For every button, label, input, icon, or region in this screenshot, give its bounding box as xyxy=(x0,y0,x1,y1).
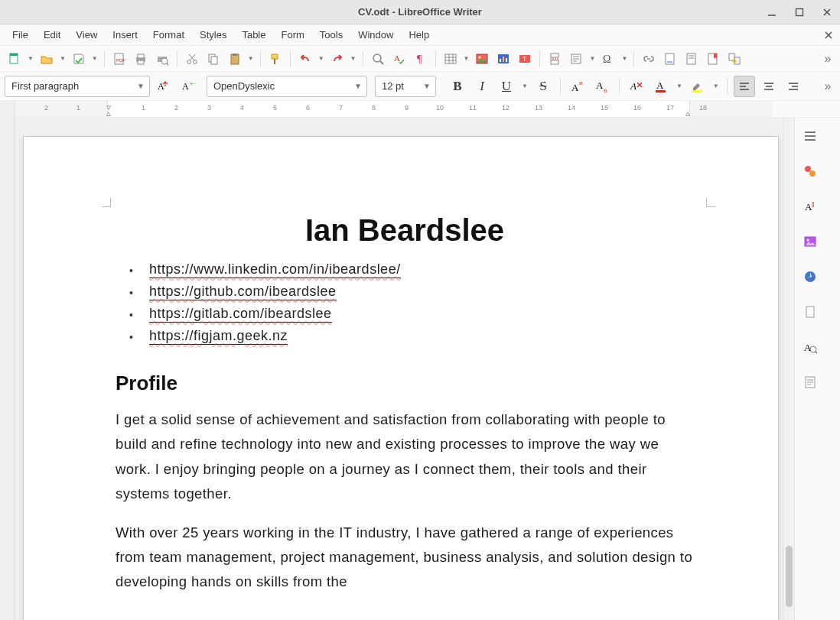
strikethrough-button[interactable]: S xyxy=(532,76,554,97)
menu-insert[interactable]: Insert xyxy=(105,26,145,44)
paste-icon[interactable] xyxy=(225,49,245,69)
horizontal-ruler[interactable]: ▿ ▵ ▵ 2 1 1 2 3 4 5 6 7 8 9 10 11 12 13 … xyxy=(15,101,773,117)
open-icon[interactable] xyxy=(37,49,57,69)
spellcheck-icon[interactable]: A xyxy=(389,49,409,69)
list-item[interactable]: https://figjam.geek.nz xyxy=(149,328,694,344)
insert-special-char-dropdown[interactable]: ▼ xyxy=(620,55,629,62)
sidebar-manage-changes-icon[interactable] xyxy=(799,372,821,393)
undo-dropdown[interactable]: ▼ xyxy=(317,55,326,62)
undo-icon[interactable] xyxy=(295,49,315,69)
print-preview-icon[interactable] xyxy=(152,49,172,69)
bold-button[interactable]: B xyxy=(447,76,468,97)
chevron-down-icon[interactable]: ▼ xyxy=(418,82,431,90)
font-color-button[interactable]: A xyxy=(650,76,672,97)
menu-tools[interactable]: Tools xyxy=(312,26,350,44)
document-viewport[interactable]: Ian Beardslee https://www.linkedin.com/i… xyxy=(15,118,783,620)
list-item[interactable]: https://gitlab.com/ibeardslee xyxy=(149,306,694,322)
menu-styles[interactable]: Styles xyxy=(192,26,234,44)
menu-format[interactable]: Format xyxy=(145,26,192,44)
subscript-button[interactable]: AB xyxy=(591,76,613,97)
menu-help[interactable]: Help xyxy=(401,26,437,44)
insert-chart-icon[interactable] xyxy=(493,49,513,69)
document-page[interactable]: Ian Beardslee https://www.linkedin.com/i… xyxy=(23,136,779,620)
insert-textbox-icon[interactable]: T xyxy=(515,49,535,69)
window-minimize-button[interactable] xyxy=(763,4,780,21)
insert-field-dropdown[interactable]: ▼ xyxy=(588,55,597,62)
new-doc-dropdown[interactable]: ▼ xyxy=(26,55,35,62)
sidebar-properties-icon[interactable] xyxy=(799,125,821,147)
align-left-button[interactable] xyxy=(734,76,755,97)
list-item[interactable]: https://github.com/ibeardslee xyxy=(149,284,694,300)
indent-marker-left[interactable]: ▵ xyxy=(106,108,111,117)
open-dropdown[interactable]: ▼ xyxy=(58,55,67,62)
menu-form[interactable]: Form xyxy=(273,26,311,44)
sidebar-style-inspector-icon[interactable]: A xyxy=(799,336,821,358)
new-doc-icon[interactable] xyxy=(5,49,24,69)
insert-table-icon[interactable] xyxy=(441,49,461,69)
insert-footnote-icon[interactable] xyxy=(660,49,680,69)
font-size-combo[interactable]: 12 pt ▼ xyxy=(375,76,436,97)
superscript-button[interactable]: AB xyxy=(567,76,588,97)
sidebar-slide-transition-icon[interactable] xyxy=(799,161,821,182)
save-icon[interactable] xyxy=(69,49,89,69)
close-document-button[interactable] xyxy=(823,30,834,41)
chevron-down-icon[interactable]: ▼ xyxy=(350,82,362,90)
sidebar-styles-a-icon[interactable]: A xyxy=(799,196,821,217)
align-right-button[interactable] xyxy=(783,76,804,97)
insert-field-icon[interactable] xyxy=(566,49,586,69)
font-color-dropdown[interactable]: ▼ xyxy=(675,83,684,89)
vertical-ruler[interactable] xyxy=(0,118,15,620)
indent-marker-right[interactable]: ▵ xyxy=(685,108,690,117)
insert-special-char-icon[interactable]: Ω xyxy=(598,49,618,69)
menu-view[interactable]: View xyxy=(68,26,105,44)
sidebar-navigator-icon[interactable] xyxy=(799,266,821,287)
highlight-button[interactable] xyxy=(687,76,708,97)
paragraph-style-combo[interactable]: First paragraph ▼ xyxy=(5,76,150,97)
section-heading-profile[interactable]: Profile xyxy=(116,372,177,395)
save-dropdown[interactable]: ▼ xyxy=(90,55,99,62)
insert-endnote-icon[interactable] xyxy=(682,49,702,69)
document-title[interactable]: Ian Beardslee xyxy=(116,213,694,248)
vertical-scrollbar[interactable] xyxy=(783,118,794,620)
window-maximize-button[interactable] xyxy=(791,4,808,21)
print-icon[interactable] xyxy=(131,49,151,69)
formatting-marks-icon[interactable]: ¶ xyxy=(411,49,431,69)
toolbar-overflow-button[interactable]: » xyxy=(820,52,835,66)
window-close-button[interactable] xyxy=(819,4,835,21)
export-pdf-icon[interactable]: PDF xyxy=(109,49,129,69)
insert-image-icon[interactable] xyxy=(472,49,492,69)
body-paragraph[interactable]: With over 25 years working in the IT ind… xyxy=(116,521,694,595)
body-paragraph[interactable]: I get a solid sense of achievement and s… xyxy=(116,407,694,507)
redo-icon[interactable] xyxy=(327,49,347,69)
clone-formatting-icon[interactable] xyxy=(265,49,285,69)
clear-formatting-icon[interactable]: A xyxy=(626,76,647,97)
underline-dropdown[interactable]: ▼ xyxy=(520,83,529,89)
paste-dropdown[interactable]: ▼ xyxy=(246,55,256,62)
new-style-icon[interactable]: A+ xyxy=(177,76,199,97)
insert-page-break-icon[interactable] xyxy=(545,49,565,69)
sidebar-gallery-icon[interactable] xyxy=(799,231,821,252)
formatbar-overflow-button[interactable]: » xyxy=(820,80,835,93)
highlight-dropdown[interactable]: ▼ xyxy=(711,83,721,89)
redo-dropdown[interactable]: ▼ xyxy=(349,55,358,62)
copy-icon[interactable] xyxy=(203,49,223,69)
align-center-button[interactable] xyxy=(758,76,780,97)
menu-table[interactable]: Table xyxy=(234,26,273,44)
insert-hyperlink-icon[interactable] xyxy=(639,49,659,69)
update-style-icon[interactable]: A xyxy=(153,76,174,97)
italic-button[interactable]: I xyxy=(471,76,493,97)
menu-file[interactable]: File xyxy=(5,26,36,44)
menu-edit[interactable]: Edit xyxy=(36,26,68,44)
sidebar-page-icon[interactable] xyxy=(799,301,821,323)
list-item[interactable]: https://www.linkedin.com/in/ibeardslee/ xyxy=(149,261,694,278)
find-replace-icon[interactable] xyxy=(368,49,388,69)
insert-bookmark-icon[interactable] xyxy=(703,49,723,69)
insert-cross-ref-icon[interactable] xyxy=(724,49,744,69)
scrollbar-thumb[interactable] xyxy=(786,546,793,607)
menu-window[interactable]: Window xyxy=(350,26,401,44)
chevron-down-icon[interactable]: ▼ xyxy=(132,82,145,90)
underline-button[interactable]: U xyxy=(496,76,517,97)
insert-table-dropdown[interactable]: ▼ xyxy=(462,55,471,62)
font-name-combo[interactable]: OpenDyslexic ▼ xyxy=(207,76,367,97)
cut-icon[interactable] xyxy=(182,49,202,69)
